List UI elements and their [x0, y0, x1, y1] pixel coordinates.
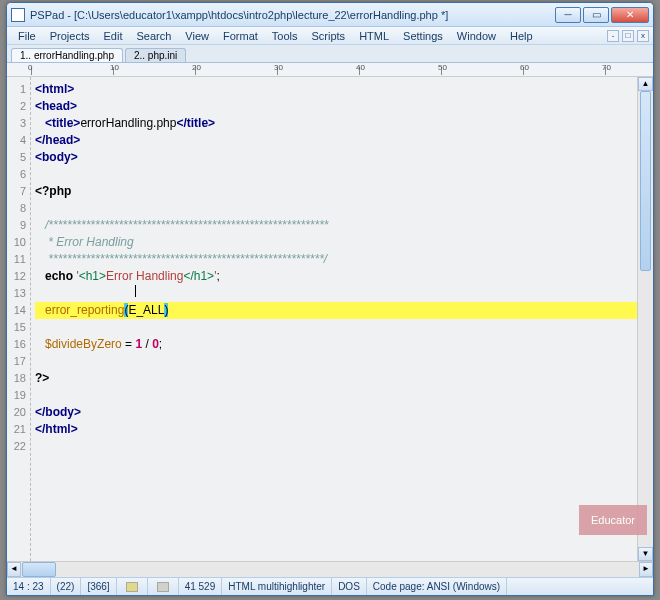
menu-tools[interactable]: Tools — [265, 29, 305, 43]
menu-file[interactable]: File — [11, 29, 43, 43]
code-line[interactable]: </html> — [35, 421, 653, 438]
mdi-minimize-button[interactable]: - — [607, 30, 619, 42]
app-icon — [11, 8, 25, 22]
code-line[interactable]: * Error Handling — [35, 234, 653, 251]
line-gutter: 12345678910111213141516171819202122 — [7, 77, 31, 561]
menu-scripts[interactable]: Scripts — [305, 29, 353, 43]
code-line[interactable]: <head> — [35, 98, 653, 115]
code-line[interactable]: error_reporting(E_ALL) — [35, 302, 653, 319]
menu-edit[interactable]: Edit — [96, 29, 129, 43]
code-line[interactable] — [35, 166, 653, 183]
menu-projects[interactable]: Projects — [43, 29, 97, 43]
code-area[interactable]: <html><head> <title>errorHandling.php</t… — [31, 77, 653, 561]
menubar: File Projects Edit Search View Format To… — [7, 27, 653, 45]
app-window: PSPad - [C:\Users\educator1\xampp\htdocs… — [6, 2, 654, 596]
status-highlighter[interactable]: HTML multihighlighter — [222, 578, 332, 595]
vertical-scrollbar[interactable]: ▲ ▼ — [637, 77, 653, 561]
code-line[interactable] — [35, 387, 653, 404]
maximize-button[interactable]: ▭ — [583, 7, 609, 23]
scroll-left-icon[interactable]: ◄ — [7, 562, 21, 577]
tab-errorhandling[interactable]: 1.. errorHandling.php — [11, 48, 123, 62]
status-col: 41 529 — [179, 578, 223, 595]
code-line[interactable]: <title>errorHandling.php</title> — [35, 115, 653, 132]
scroll-up-icon[interactable]: ▲ — [638, 77, 653, 91]
code-line[interactable] — [35, 200, 653, 217]
code-line[interactable]: echo '<h1>Error Handling</h1>'; — [35, 268, 653, 285]
mdi-close-button[interactable]: x — [637, 30, 649, 42]
code-line[interactable] — [35, 353, 653, 370]
menu-window[interactable]: Window — [450, 29, 503, 43]
scroll-down-icon[interactable]: ▼ — [638, 547, 653, 561]
document-tabs: 1.. errorHandling.php 2.. php.ini — [7, 45, 653, 63]
hscroll-track[interactable] — [56, 562, 639, 577]
minimize-button[interactable]: ─ — [555, 7, 581, 23]
mdi-restore-button[interactable]: □ — [622, 30, 634, 42]
status-icon2 — [148, 578, 179, 595]
window-title: PSPad - [C:\Users\educator1\xampp\htdocs… — [30, 9, 555, 21]
menu-help[interactable]: Help — [503, 29, 540, 43]
statusbar: 14 : 23 (22) [366] 41 529 HTML multihigh… — [7, 577, 653, 595]
code-line[interactable]: ?> — [35, 370, 653, 387]
status-position: 14 : 23 — [7, 578, 51, 595]
code-line[interactable]: </head> — [35, 132, 653, 149]
hscroll-thumb[interactable] — [22, 562, 56, 577]
editor-area[interactable]: 12345678910111213141516171819202122 <htm… — [7, 77, 653, 561]
status-selection: (22) — [51, 578, 82, 595]
code-line[interactable]: <html> — [35, 81, 653, 98]
code-line[interactable]: /***************************************… — [35, 217, 653, 234]
code-line[interactable]: <?php — [35, 183, 653, 200]
code-line[interactable]: $divideByZero = 1 / 0; — [35, 336, 653, 353]
menu-settings[interactable]: Settings — [396, 29, 450, 43]
menu-search[interactable]: Search — [129, 29, 178, 43]
code-line[interactable] — [35, 285, 653, 302]
ruler: 010203040506070 — [7, 63, 653, 77]
code-line[interactable] — [35, 438, 653, 455]
status-total: [366] — [81, 578, 116, 595]
scroll-thumb[interactable] — [640, 91, 651, 271]
code-line[interactable] — [35, 319, 653, 336]
scroll-right-icon[interactable]: ► — [639, 562, 653, 577]
tab-phpini[interactable]: 2.. php.ini — [125, 48, 186, 62]
horizontal-scrollbar[interactable]: ◄ ► — [7, 561, 653, 577]
code-line[interactable]: <body> — [35, 149, 653, 166]
close-button[interactable]: ✕ — [611, 7, 649, 23]
menu-format[interactable]: Format — [216, 29, 265, 43]
status-codepage[interactable]: Code page: ANSI (Windows) — [367, 578, 507, 595]
status-eol[interactable]: DOS — [332, 578, 367, 595]
menu-view[interactable]: View — [178, 29, 216, 43]
code-line[interactable]: </body> — [35, 404, 653, 421]
menu-html[interactable]: HTML — [352, 29, 396, 43]
code-line[interactable]: ****************************************… — [35, 251, 653, 268]
titlebar[interactable]: PSPad - [C:\Users\educator1\xampp\htdocs… — [7, 3, 653, 27]
status-icon1 — [117, 578, 148, 595]
watermark-badge: Educator — [579, 505, 647, 535]
